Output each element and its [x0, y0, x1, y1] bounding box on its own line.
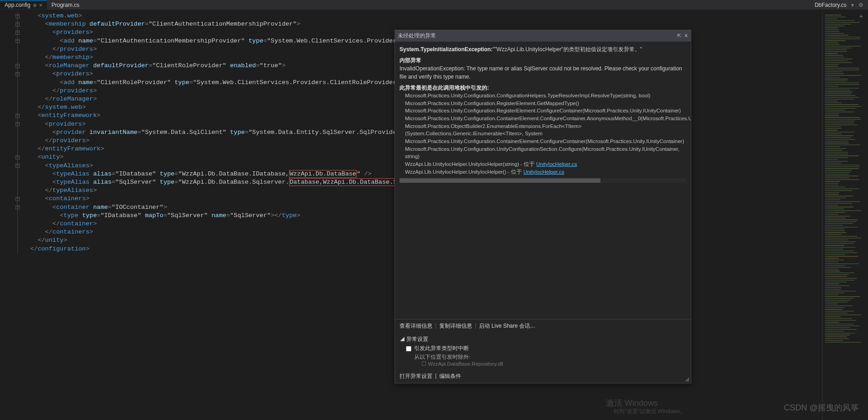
fold-toggle-icon[interactable]: −	[16, 14, 20, 18]
gutter-line: −	[0, 37, 23, 45]
exception-title: 未经处理的异常	[398, 32, 677, 40]
gutter-line	[0, 137, 23, 145]
gutter-line	[0, 53, 23, 62]
fold-toggle-icon[interactable]: −	[16, 164, 20, 168]
tab-label: Program.cs	[52, 2, 79, 8]
gutter-line	[0, 212, 23, 220]
inner-exception-text: InvalidOperationException: The type name…	[400, 64, 686, 81]
gutter-line	[0, 178, 23, 186]
tab-program-cs[interactable]: Program.cs	[47, 1, 84, 9]
gutter-line: −	[0, 20, 23, 28]
minimap[interactable]: ＋	[822, 10, 868, 420]
tab-app-config[interactable]: App.config ⊕ ✕	[0, 0, 47, 9]
gutter-line	[0, 45, 23, 53]
stack-frame: Microsoft.Practices.Unity.Configuration.…	[405, 92, 686, 100]
except-from-label: 从以下位置引发时除外:	[400, 354, 686, 361]
stack-frame: Microsoft.Practices.Unity.Configuration.…	[405, 138, 686, 145]
gutter-line	[0, 79, 23, 87]
fold-toggle-icon[interactable]: −	[16, 114, 20, 118]
stack-trace: Microsoft.Practices.Unity.Configuration.…	[400, 92, 686, 175]
exception-message: ""WzzApi.Lib.UnityIocHelper"的类型初始值设定项引发异…	[493, 46, 642, 53]
checkbox-input[interactable]	[406, 346, 411, 351]
fold-toggle-icon[interactable]: −	[16, 64, 20, 68]
gutter-line	[0, 95, 23, 103]
gutter: −−−−−−−−−−−−	[0, 10, 23, 420]
gutter-line	[0, 228, 23, 236]
stack-frame: Microsoft.Practices.ObjectBuilder2.Enume…	[405, 122, 686, 138]
stack-frame: WzzApi.Lib.UnityIocHelper.UnityIocHelper…	[405, 160, 686, 168]
edit-conditions-link[interactable]: 编辑条件	[439, 372, 461, 380]
stack-frame: Microsoft.Practices.Unity.Configuration.…	[405, 115, 686, 122]
gutter-line	[0, 170, 23, 178]
gutter-line: −	[0, 203, 23, 211]
exception-footer: 打开异常设置 | 编辑条件	[395, 370, 691, 383]
stack-frame: WzzApi.Lib.UnityIocHelper.UnityIocHelper…	[405, 168, 686, 176]
popup-close-icon[interactable]: ✕	[684, 33, 688, 39]
gutter-line	[0, 245, 23, 253]
fold-toggle-icon[interactable]: −	[16, 31, 20, 35]
inner-exception-label: 内部异常	[400, 56, 686, 64]
code-line[interactable]: <membership defaultProvider="ClientAuthe…	[23, 20, 822, 28]
gutter-line: −	[0, 28, 23, 37]
fold-toggle-icon[interactable]: −	[16, 39, 20, 43]
resize-grip-icon[interactable]: ◢	[685, 376, 689, 382]
stack-frame: Microsoft.Practices.Unity.Configuration.…	[405, 107, 686, 115]
plus-icon[interactable]: ＋	[858, 12, 864, 21]
gutter-line	[0, 220, 23, 228]
horizontal-scrollbar[interactable]	[400, 178, 686, 183]
view-details-link[interactable]: 查看详细信息	[400, 322, 432, 330]
copy-details-link[interactable]: 复制详细信息	[439, 322, 472, 330]
exception-header[interactable]: 未经处理的异常 ⇱ ✕	[395, 30, 691, 42]
tab-label: App.config	[5, 2, 31, 8]
fold-toggle-icon[interactable]: −	[16, 205, 20, 209]
fold-toggle-icon[interactable]: −	[16, 122, 20, 126]
stack-frame: Microsoft.Practices.Unity.Configuration.…	[405, 100, 686, 107]
gutter-line	[0, 236, 23, 245]
gutter-line	[0, 145, 23, 153]
stack-link[interactable]: UnityIocHelper.cs	[536, 161, 577, 167]
gutter-line: −	[0, 112, 23, 120]
right-tab-group: DbFactory.cs ▾ ⚙	[815, 2, 868, 8]
popup-expand-icon[interactable]: ⇱	[677, 33, 681, 39]
exception-popup: 未经处理的异常 ⇱ ✕ System.TypeInitializationExc…	[395, 30, 691, 383]
start-liveshare-link[interactable]: 启动 Live Share 会话...	[479, 322, 535, 330]
gutter-line: −	[0, 62, 23, 70]
fold-toggle-icon[interactable]: −	[16, 197, 20, 201]
fold-toggle-icon[interactable]: −	[16, 22, 20, 27]
gutter-line: −	[0, 120, 23, 128]
gutter-line: −	[0, 70, 23, 78]
pin-icon[interactable]: ⊕	[33, 3, 37, 8]
stack-header: 此异常最初是在此调用堆栈中引发的:	[400, 84, 686, 92]
gutter-line: −	[0, 12, 23, 20]
exception-actions: 查看详细信息 | 复制详细信息 | 启动 Live Share 会话...	[395, 319, 691, 333]
gutter-line: −	[0, 195, 23, 203]
fold-toggle-icon[interactable]: −	[16, 72, 20, 76]
exception-type: System.TypeInitializationException:	[400, 46, 493, 53]
close-icon[interactable]: ✕	[39, 3, 42, 8]
break-on-type-checkbox[interactable]: 引发此异常类型时中断	[400, 343, 686, 354]
settings-header[interactable]: ◢ 异常设置	[400, 335, 686, 343]
fold-toggle-icon[interactable]: −	[16, 155, 20, 159]
gear-icon[interactable]: ⚙	[858, 2, 863, 8]
tab-dbfactory[interactable]: DbFactory.cs	[815, 2, 847, 8]
dropdown-icon[interactable]: ▾	[851, 2, 854, 8]
exception-settings: ◢ 异常设置 引发此异常类型时中断 从以下位置引发时除外: ☐ WzzApi.D…	[395, 333, 691, 370]
gutter-line	[0, 186, 23, 195]
gutter-line	[0, 103, 23, 112]
gutter-line: −	[0, 161, 23, 170]
gutter-line	[0, 128, 23, 137]
stack-link[interactable]: UnityIocHelper.cs	[523, 169, 564, 175]
stack-frame: Microsoft.Practices.Unity.Configuration.…	[405, 145, 686, 160]
gutter-line: −	[0, 153, 23, 161]
tab-bar: App.config ⊕ ✕ Program.cs DbFactory.cs ▾…	[0, 0, 868, 10]
except-item: ☐ WzzApi.DataBase.Repository.dll	[400, 361, 686, 367]
exception-body: System.TypeInitializationException:""Wzz…	[395, 42, 691, 186]
code-line[interactable]: <system.web>	[23, 12, 822, 20]
gutter-line	[0, 87, 23, 95]
open-settings-link[interactable]: 打开异常设置	[400, 372, 432, 380]
